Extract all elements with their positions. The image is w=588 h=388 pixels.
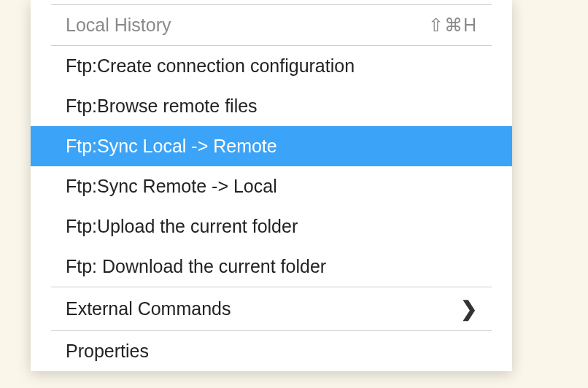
- menu-item-ftp-1[interactable]: Ftp:Browse remote files: [31, 86, 512, 126]
- menu-item-label: Ftp:Upload the current folder: [66, 216, 298, 237]
- menu-item-ftp-5[interactable]: Ftp: Download the current folder: [31, 247, 512, 287]
- menu-item-label: Properties: [66, 341, 149, 362]
- menu-item-external-commands[interactable]: External Commands ❯: [31, 287, 512, 330]
- menu-item-label: Ftp:Sync Remote -> Local: [66, 176, 277, 197]
- chevron-right-icon: ❯: [460, 297, 477, 321]
- menu-item-label: Ftp:Create connection configuration: [66, 55, 355, 77]
- menu-item-properties[interactable]: Properties: [31, 331, 512, 371]
- menu-item-ftp-4[interactable]: Ftp:Upload the current folder: [31, 206, 512, 247]
- menu-item-ftp-3[interactable]: Ftp:Sync Remote -> Local: [31, 166, 512, 206]
- menu-item-local-history[interactable]: Local History ⇧⌘H: [31, 5, 512, 45]
- context-menu: Local History ⇧⌘H Ftp:Create connection …: [31, 0, 512, 371]
- menu-item-ftp-2[interactable]: Ftp:Sync Local -> Remote: [31, 126, 512, 166]
- menu-item-ftp-0[interactable]: Ftp:Create connection configuration: [31, 46, 512, 86]
- menu-item-label: Ftp:Sync Local -> Remote: [66, 136, 277, 157]
- menu-item-label: External Commands: [66, 298, 231, 319]
- menu-item-label: Ftp:Browse remote files: [66, 96, 258, 117]
- keyboard-shortcut: ⇧⌘H: [428, 15, 477, 36]
- menu-item-label: Local History: [66, 15, 171, 36]
- menu-item-label: Ftp: Download the current folder: [66, 256, 326, 277]
